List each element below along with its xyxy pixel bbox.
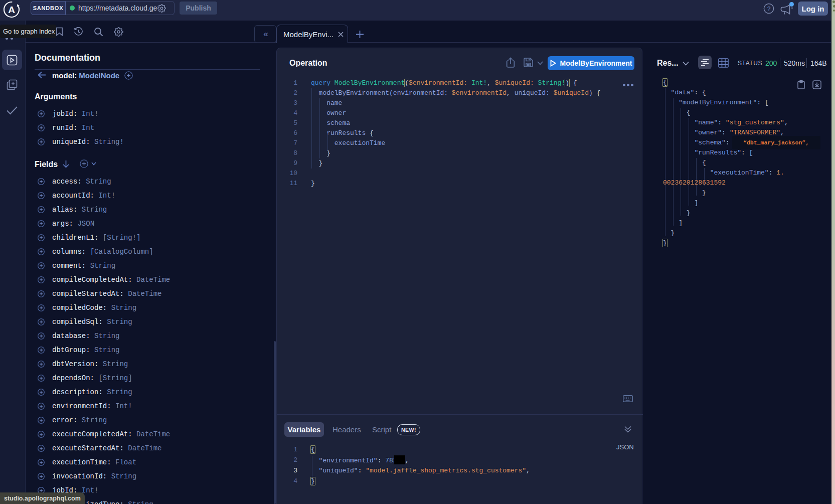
svg-text:A: A <box>8 5 15 15</box>
svg-text:?: ? <box>767 6 771 13</box>
